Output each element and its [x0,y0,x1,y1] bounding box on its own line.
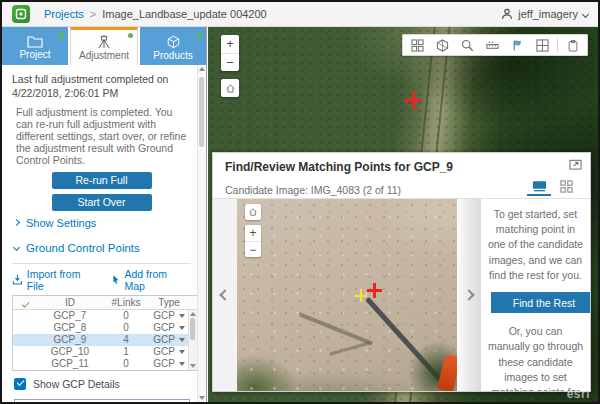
gcp-type-dropdown[interactable]: GCP [149,346,189,357]
matching-point-yellow-cross[interactable] [354,289,367,302]
tab-label: Products [153,51,192,61]
home-extent-button[interactable] [221,79,239,97]
status-dot-icon [128,33,133,38]
show-gcp-details-checkbox[interactable]: Show GCP Details [14,378,191,390]
app-logo-icon[interactable] [12,5,30,23]
basemap-button[interactable] [430,35,455,55]
gcp-row[interactable]: GCP_10 1 GCP [13,346,197,358]
search-button[interactable] [455,35,480,55]
chevron-down-icon [582,10,589,17]
start-over-button[interactable]: Start Over [52,194,152,211]
viewer-home-button[interactable] [245,204,261,220]
tab-products[interactable]: Products [140,27,206,65]
grid-view-toggle[interactable] [554,178,578,196]
gcp-id: GCP_8 [37,322,103,333]
map-toolbar [402,34,588,56]
zoom-in-button[interactable]: + [221,35,239,53]
single-view-toggle[interactable] [527,178,551,196]
select-all-cell[interactable] [13,297,37,308]
tab-project[interactable]: Project [2,27,68,65]
column-type[interactable]: Type [149,297,189,308]
toolbar-separator [557,38,558,52]
gcp-id: GCP_9 [37,334,103,345]
dropdown-caret-icon [179,326,185,330]
column-links[interactable]: #Links [103,297,149,308]
measure-button[interactable] [480,35,505,55]
tab-adjustment[interactable]: Adjustment [70,27,138,65]
gcp-links-count: 0 [103,358,149,369]
adjustment-panel: Project Adjustment Products Last full ad… [2,27,207,402]
gcp-id: GCP_10 [37,346,103,357]
breadcrumb-separator: > [90,8,96,20]
clipboard-button[interactable] [560,35,585,55]
gcp-marker-red-cross[interactable] [404,91,422,109]
browse-images-button[interactable] [405,35,430,55]
add-from-map-link[interactable]: Add from Map [111,268,189,292]
gcp-row[interactable]: GCP_7 0 GCP [13,310,197,322]
chevron-down-icon [13,244,20,251]
chevron-right-icon [13,219,20,226]
popout-icon[interactable] [569,158,582,170]
gcp-photo-placeholder: Photo not available [14,399,190,402]
panel-title: Find/Review Matching Points for GCP_9 [225,160,578,174]
scroll-down-icon[interactable] [199,396,205,400]
rerun-full-button[interactable]: Re-run Full [52,172,152,189]
gcp-links-count: 1 [103,346,149,357]
gcp-links-flag-icon [511,39,525,52]
tab-label: Adjustment [79,51,129,61]
folder-icon [27,35,43,48]
home-icon [248,207,258,217]
gcp-type-dropdown[interactable]: GCP [149,322,189,333]
gcp-type-dropdown[interactable]: GCP [149,310,189,321]
gcp-links-button-active[interactable] [505,35,530,55]
user-icon [501,8,513,20]
left-panel-scrollbar[interactable] [197,65,206,402]
checkbox-checked-icon[interactable] [14,378,26,390]
gcp-row[interactable]: GCP_11 0 GCP [13,358,197,370]
panel-tabs: Project Adjustment Products [2,27,206,65]
gcp-row-selected[interactable]: GCP_9 4 GCP [13,334,197,346]
scroll-up-icon[interactable] [190,312,196,316]
gcp-row[interactable]: GCP_8 0 GCP [13,322,197,334]
adjustment-panel-body: Last full adjustment completed on 4/22/2… [2,65,197,402]
scroll-down-icon[interactable] [190,364,196,368]
scrollbar-thumb[interactable] [199,77,204,147]
scroll-up-icon[interactable] [199,67,205,71]
check-icon [21,300,28,307]
viewer-zoom-control: + − [245,225,261,257]
user-menu[interactable]: jeff_imagery [501,8,588,20]
instructions-column: To get started, set matching point in on… [481,199,590,391]
viewer-zoom-out-button[interactable]: − [245,241,261,257]
image-enhancement-button[interactable] [530,35,555,55]
candidate-image-viewer[interactable]: + − [237,199,457,391]
view-toggles [527,178,578,196]
map-canvas[interactable]: + − [208,27,598,402]
username: jeff_imagery [518,8,578,20]
gcp-links-count: 0 [103,310,149,321]
scrollbar-thumb[interactable] [190,318,195,340]
gcp-section-toggle[interactable]: Ground Control Points [14,242,191,254]
checkbox-label: Show GCP Details [33,378,120,390]
map-zoom-control: + − [221,35,239,71]
chevron-right-icon [463,289,474,300]
viewer-zoom-in-button[interactable]: + [245,225,261,241]
import-from-file-link[interactable]: Import from File [12,268,99,292]
find-the-rest-button[interactable]: Find the Rest [491,292,590,313]
gcp-actions-row: Import from File Add from Map [12,268,189,292]
gcp-red-cross[interactable] [367,283,382,298]
show-settings-label: Show Settings [26,217,96,229]
dropdown-caret-icon [179,314,185,318]
gcp-type-dropdown[interactable]: GCP [149,358,189,369]
show-settings-toggle[interactable]: Show Settings [14,217,191,229]
zoom-out-button[interactable]: − [221,53,239,71]
column-id[interactable]: ID [37,297,103,308]
gcp-id: GCP_11 [37,358,103,369]
breadcrumb-projects-link[interactable]: Projects [44,8,84,20]
next-image-button[interactable] [457,199,481,391]
gcp-table-scrollbar[interactable] [188,310,197,370]
previous-image-button[interactable] [213,199,237,391]
cube-icon [166,35,181,49]
adjustment-status-text: Last full adjustment completed on 4/22/2… [12,73,189,100]
matching-points-panel: Find/Review Matching Points for GCP_9 Ca… [212,152,591,392]
gcp-type-dropdown[interactable]: GCP [149,334,189,345]
